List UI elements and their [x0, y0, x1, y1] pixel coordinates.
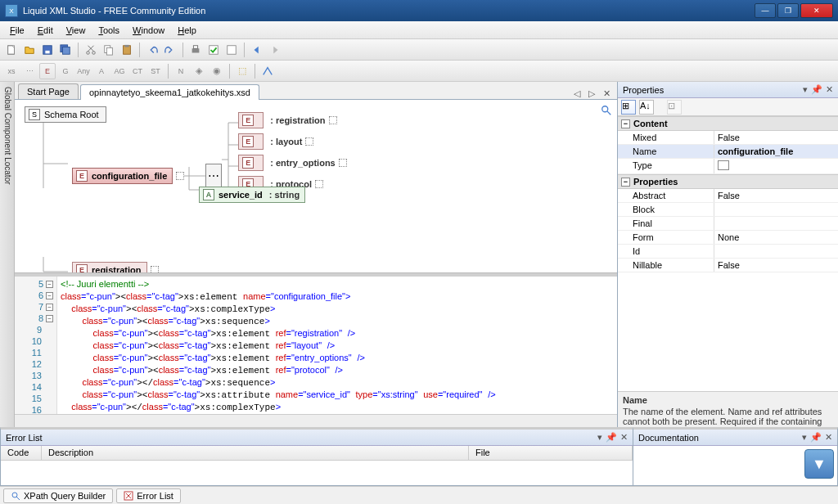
- transform-button[interactable]: [223, 42, 240, 58]
- property-grid[interactable]: −ContentMixedFalseNameconfiguration_file…: [618, 116, 838, 391]
- tab-error-list[interactable]: Error List: [116, 488, 181, 503]
- element-icon: E: [242, 115, 254, 126]
- panel-pin-icon[interactable]: 📌: [810, 432, 822, 443]
- open-button[interactable]: [21, 42, 38, 58]
- element-configuration-file[interactable]: E configuration_file: [72, 168, 173, 184]
- element-registration[interactable]: Eregistration: [72, 262, 147, 272]
- schema-btn-7[interactable]: AG: [111, 63, 128, 79]
- tab-xpath-query-builder[interactable]: XPath Query Builder: [3, 488, 113, 503]
- minimize-button[interactable]: —: [755, 3, 776, 18]
- save-button[interactable]: [39, 42, 56, 58]
- cut-button[interactable]: [83, 42, 99, 58]
- prop-row-mixed[interactable]: MixedFalse: [618, 131, 838, 145]
- tree-connector-icon: [39, 123, 72, 205]
- attribute-service-id[interactable]: A service_id : string: [199, 187, 305, 203]
- svg-rect-14: [228, 45, 237, 54]
- tab-start-page[interactable]: Start Page: [18, 83, 79, 99]
- col-code[interactable]: Code: [1, 446, 42, 460]
- ref-layout[interactable]: E: [238, 133, 264, 150]
- prop-row-block[interactable]: Block: [618, 203, 838, 217]
- new-button[interactable]: [3, 42, 20, 58]
- documentation-nav-icon[interactable]: ▼: [804, 449, 834, 479]
- tab-active-file[interactable]: opinnaytetyo_skeema1_jatkokehitys.xsd: [80, 84, 259, 100]
- sort-button[interactable]: A↓: [639, 100, 654, 115]
- menu-file[interactable]: File: [3, 23, 31, 38]
- undo-button[interactable]: [144, 42, 160, 58]
- schema-btn-3[interactable]: E: [39, 63, 56, 79]
- code-body[interactable]: <!-- Juuri elementti --> class="c-pun"><…: [57, 277, 617, 414]
- tab-next-icon[interactable]: ▷: [585, 88, 598, 99]
- schema-root-node[interactable]: S Schema Root: [25, 106, 106, 123]
- expand-dot[interactable]: [329, 116, 337, 124]
- prop-row-id[interactable]: Id: [618, 245, 838, 259]
- expand-dot[interactable]: [151, 266, 159, 272]
- schema-canvas[interactable]: S Schema Root E configuration_file: [15, 100, 617, 273]
- maximize-button[interactable]: ❐: [777, 3, 799, 18]
- schema-btn-14[interactable]: [259, 63, 276, 79]
- element-icon: E: [76, 170, 88, 182]
- global-component-locator-rail[interactable]: Global Component Locator: [0, 82, 15, 427]
- back-button[interactable]: [249, 42, 265, 58]
- prop-row-type[interactable]: Type: [618, 159, 838, 174]
- schema-btn-9[interactable]: ST: [147, 63, 164, 79]
- prop-category-properties[interactable]: −Properties: [618, 174, 838, 189]
- tab-prev-icon[interactable]: ◁: [570, 88, 583, 99]
- close-button[interactable]: ✕: [800, 3, 833, 18]
- schema-btn-5[interactable]: Any: [75, 63, 92, 79]
- print-button[interactable]: [187, 42, 204, 58]
- ref-registration[interactable]: E: [238, 112, 264, 128]
- schema-btn-8[interactable]: CT: [129, 63, 146, 79]
- schema-btn-13[interactable]: ⬚: [234, 63, 250, 79]
- menu-help[interactable]: Help: [171, 23, 203, 38]
- expand-dot[interactable]: [339, 159, 347, 167]
- expand-dot[interactable]: [315, 180, 323, 188]
- properties-panel: Properties ▾ 📌 ✕ ⊞ A↓ ⊡ −ContentMixedFal…: [617, 82, 838, 427]
- prop-row-final[interactable]: Final: [618, 217, 838, 231]
- schema-btn-10[interactable]: N: [173, 63, 189, 79]
- panel-close-icon[interactable]: ✕: [826, 84, 833, 95]
- panel-close-icon[interactable]: ✕: [825, 432, 832, 443]
- error-list-body[interactable]: [1, 461, 633, 485]
- save-all-button[interactable]: [57, 42, 74, 58]
- panel-dropdown-icon[interactable]: ▾: [597, 432, 602, 443]
- schema-btn-11[interactable]: ◈: [191, 63, 207, 79]
- menu-bar: File Edit View Tools Window Help: [0, 21, 838, 39]
- col-description[interactable]: Description: [42, 446, 469, 460]
- horizontal-scrollbar[interactable]: [15, 414, 617, 427]
- forward-button[interactable]: [267, 42, 283, 58]
- schema-btn-12[interactable]: ◉: [209, 63, 225, 79]
- menu-edit[interactable]: Edit: [31, 23, 60, 38]
- col-file[interactable]: File: [469, 446, 633, 460]
- schema-btn-6[interactable]: A: [93, 63, 110, 79]
- panel-dropdown-icon[interactable]: ▾: [802, 432, 807, 443]
- paste-button[interactable]: [119, 42, 135, 58]
- schema-btn-1[interactable]: xs: [3, 63, 20, 79]
- expand-dot[interactable]: [176, 172, 184, 180]
- prop-row-name[interactable]: Nameconfiguration_file: [618, 145, 838, 159]
- categorize-button[interactable]: ⊞: [621, 100, 636, 115]
- menu-tools[interactable]: Tools: [92, 23, 126, 38]
- validate-button[interactable]: [205, 42, 222, 58]
- redo-button[interactable]: [162, 42, 178, 58]
- expand-dot[interactable]: [305, 137, 313, 146]
- menu-window[interactable]: Window: [126, 23, 171, 38]
- prop-row-form[interactable]: FormNone: [618, 231, 838, 245]
- schema-btn-2[interactable]: ⋯: [21, 63, 38, 79]
- panel-pin-icon[interactable]: 📌: [606, 432, 617, 443]
- panel-dropdown-icon[interactable]: ▾: [803, 84, 808, 95]
- tab-close-icon[interactable]: ✕: [600, 88, 614, 99]
- prop-category-content[interactable]: −Content: [618, 116, 838, 131]
- prop-row-abstract[interactable]: AbstractFalse: [618, 189, 838, 203]
- sequence-compositor[interactable]: [205, 164, 222, 188]
- prop-btn-3[interactable]: ⊡: [667, 100, 682, 115]
- ref-entry_options[interactable]: E: [238, 155, 264, 171]
- toolbar-schema: xs ⋯ E G Any A AG CT ST N ◈ ◉ ⬚: [0, 61, 838, 82]
- schema-btn-4[interactable]: G: [57, 63, 74, 79]
- code-editor[interactable]: 5−6−7−8−910111213141516 <!-- Juuri eleme…: [15, 273, 617, 414]
- panel-pin-icon[interactable]: 📌: [811, 84, 822, 95]
- status-tabs: XPath Query Builder Error List: [0, 486, 838, 504]
- menu-view[interactable]: View: [60, 23, 92, 38]
- copy-button[interactable]: [101, 42, 117, 58]
- panel-close-icon[interactable]: ✕: [620, 432, 628, 443]
- prop-row-nillable[interactable]: NillableFalse: [618, 259, 838, 272]
